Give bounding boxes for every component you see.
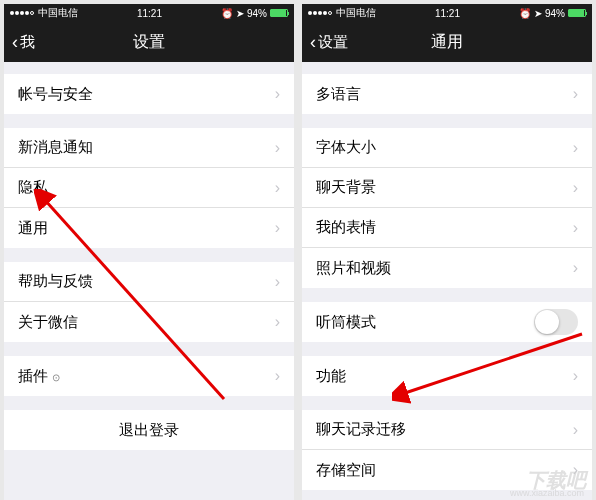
status-bar: 中国电信 11:21 ⏰ ➤ 94% — [4, 4, 294, 22]
location-icon: ➤ — [236, 8, 244, 19]
alarm-icon: ⏰ — [221, 8, 233, 19]
chevron-left-icon: ‹ — [12, 32, 18, 53]
battery-percent: 94% — [247, 8, 267, 19]
cell-features[interactable]: 功能 › — [302, 356, 592, 396]
battery-icon — [568, 9, 586, 17]
cell-photos-videos[interactable]: 照片和视频 › — [302, 248, 592, 288]
alarm-icon: ⏰ — [519, 8, 531, 19]
watermark-url: www.xiazaiba.com — [510, 488, 584, 498]
status-bar: 中国电信 11:21 ⏰ ➤ 94% — [302, 4, 592, 22]
chevron-right-icon: › — [573, 85, 578, 103]
cell-about-wechat[interactable]: 关于微信 › — [4, 302, 294, 342]
chevron-right-icon: › — [275, 367, 280, 385]
cell-label: 通用 — [18, 219, 275, 238]
chevron-right-icon: › — [573, 421, 578, 439]
cell-font-size[interactable]: 字体大小 › — [302, 128, 592, 168]
page-title: 通用 — [431, 32, 463, 53]
carrier-label: 中国电信 — [38, 6, 78, 20]
toggle-switch[interactable] — [534, 309, 578, 335]
back-button[interactable]: ‹ 设置 — [310, 32, 348, 53]
cell-chat-background[interactable]: 聊天背景 › — [302, 168, 592, 208]
cell-label: 照片和视频 — [316, 259, 573, 278]
cell-help-feedback[interactable]: 帮助与反馈 › — [4, 262, 294, 302]
time-label: 11:21 — [137, 8, 162, 19]
phone-left: 中国电信 11:21 ⏰ ➤ 94% ‹ 我 设置 帐号与安全 › — [4, 4, 294, 500]
chevron-right-icon: › — [275, 139, 280, 157]
nav-bar: ‹ 设置 通用 — [302, 22, 592, 62]
cell-earpiece-mode[interactable]: 听筒模式 — [302, 302, 592, 342]
cell-label: 多语言 — [316, 85, 573, 104]
compass-icon: ⊙ — [52, 372, 60, 383]
cell-new-message-notify[interactable]: 新消息通知 › — [4, 128, 294, 168]
phone-right: 中国电信 11:21 ⏰ ➤ 94% ‹ 设置 通用 多语言 › — [302, 4, 592, 500]
chevron-right-icon: › — [275, 219, 280, 237]
cell-label: 我的表情 — [316, 218, 573, 237]
cell-label: 新消息通知 — [18, 138, 275, 157]
cell-label: 关于微信 — [18, 313, 275, 332]
location-icon: ➤ — [534, 8, 542, 19]
chevron-right-icon: › — [573, 179, 578, 197]
battery-percent: 94% — [545, 8, 565, 19]
chevron-right-icon: › — [573, 219, 578, 237]
cell-label: 聊天记录迁移 — [316, 420, 573, 439]
back-label: 设置 — [318, 33, 348, 52]
chevron-right-icon: › — [275, 313, 280, 331]
cell-chat-migration[interactable]: 聊天记录迁移 › — [302, 410, 592, 450]
cell-label: 功能 — [316, 367, 573, 386]
cell-label: 帮助与反馈 — [18, 272, 275, 291]
chevron-left-icon: ‹ — [310, 32, 316, 53]
chevron-right-icon: › — [573, 139, 578, 157]
logout-button[interactable]: 退出登录 — [4, 410, 294, 450]
logout-label: 退出登录 — [119, 421, 179, 440]
cell-label: 帐号与安全 — [18, 85, 275, 104]
cell-label: 字体大小 — [316, 138, 573, 157]
cell-privacy[interactable]: 隐私 › — [4, 168, 294, 208]
chevron-right-icon: › — [573, 367, 578, 385]
chevron-right-icon: › — [275, 179, 280, 197]
cell-label: 插件 ⊙ — [18, 367, 275, 386]
carrier-label: 中国电信 — [336, 6, 376, 20]
battery-icon — [270, 9, 288, 17]
chevron-right-icon: › — [573, 259, 578, 277]
cell-label: 聊天背景 — [316, 178, 573, 197]
page-title: 设置 — [133, 32, 165, 53]
cell-label: 听筒模式 — [316, 313, 534, 332]
cell-general[interactable]: 通用 › — [4, 208, 294, 248]
cell-plugins[interactable]: 插件 ⊙ › — [4, 356, 294, 396]
cell-account-security[interactable]: 帐号与安全 › — [4, 74, 294, 114]
back-button[interactable]: ‹ 我 — [12, 32, 35, 53]
nav-bar: ‹ 我 设置 — [4, 22, 294, 62]
chevron-right-icon: › — [275, 273, 280, 291]
back-label: 我 — [20, 33, 35, 52]
cell-label: 隐私 — [18, 178, 275, 197]
chevron-right-icon: › — [275, 85, 280, 103]
cell-my-stickers[interactable]: 我的表情 › — [302, 208, 592, 248]
cell-language[interactable]: 多语言 › — [302, 74, 592, 114]
time-label: 11:21 — [435, 8, 460, 19]
